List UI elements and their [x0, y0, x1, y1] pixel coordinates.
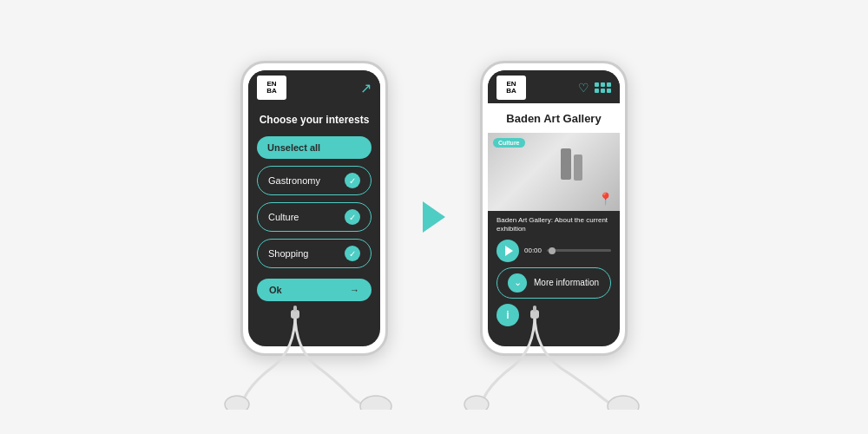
chevron-down-icon: ⌄: [508, 273, 527, 293]
audio-caption: Baden Art Gallery: About the current exh…: [496, 216, 611, 234]
svg-rect-7: [533, 306, 536, 312]
phone-1: EN BA ↗ Choose your interests Unselect a…: [240, 61, 388, 356]
next-arrow-icon: [423, 201, 445, 233]
unselect-all-button[interactable]: Unselect all: [257, 136, 372, 159]
scene: EN BA ↗ Choose your interests Unselect a…: [0, 0, 868, 434]
figure-1: [561, 148, 571, 180]
gastronomy-option[interactable]: Gastronomy ✓: [257, 166, 372, 195]
culture-check: ✓: [345, 209, 360, 225]
svg-point-4: [464, 396, 489, 410]
arrow-container: [423, 201, 445, 233]
grid-dot: [607, 82, 611, 87]
more-info-button[interactable]: ⌄ More information: [496, 267, 611, 299]
heart-icon: ♡: [578, 81, 589, 95]
culture-badge: Culture: [493, 138, 525, 148]
gallery-title: Baden Art Gallery: [506, 112, 601, 125]
earphones-1: [221, 306, 412, 410]
translate-icon: ↗: [360, 80, 372, 96]
gallery-image: Culture 📍: [488, 133, 620, 211]
ok-button[interactable]: Ok →: [257, 279, 372, 301]
progress-indicator: [549, 247, 556, 254]
logo-1: EN BA: [257, 76, 286, 100]
audio-time: 00:00: [524, 247, 542, 254]
play-icon: [505, 246, 513, 256]
ok-label: Ok: [269, 285, 282, 295]
location-pin-icon: 📍: [598, 192, 613, 206]
grid-dot: [601, 82, 605, 87]
svg-point-5: [608, 396, 639, 410]
grid-dot: [601, 89, 605, 93]
shopping-check: ✓: [345, 246, 360, 261]
shopping-option[interactable]: Shopping ✓: [257, 239, 372, 268]
ok-arrow-icon: →: [350, 285, 359, 295]
culture-option[interactable]: Culture ✓: [257, 202, 372, 232]
grid-dot: [595, 82, 599, 87]
play-button[interactable]: [496, 240, 519, 262]
interests-title: Choose your interests: [260, 114, 370, 126]
logo-line2: BA: [266, 88, 277, 95]
progress-bar[interactable]: [547, 249, 611, 252]
svg-rect-3: [293, 306, 297, 312]
logo2-line2: BA: [506, 88, 516, 95]
gastronomy-label: Gastronomy: [268, 175, 320, 186]
phone-2-top-bar: EN BA ♡: [488, 70, 620, 103]
top-icons-right: ♡: [578, 81, 611, 95]
logo-2: EN BA: [496, 76, 526, 100]
gallery-title-bar: Baden Art Gallery: [488, 103, 620, 133]
earphones-2: [461, 306, 652, 410]
grid-dot: [595, 89, 599, 93]
svg-point-0: [225, 396, 249, 410]
phone-1-top-bar: EN BA ↗: [248, 70, 380, 103]
svg-point-1: [360, 396, 391, 410]
phone-2: EN BA ♡ Baden Art Galle: [480, 61, 628, 356]
culture-label: Culture: [268, 212, 299, 222]
audio-player: 00:00: [496, 240, 611, 262]
figure-2: [574, 155, 582, 181]
shopping-label: Shopping: [268, 248, 309, 259]
grid-icon: [595, 82, 611, 93]
more-info-label: More information: [534, 278, 599, 287]
gastronomy-check: ✓: [345, 173, 360, 188]
grid-dot: [607, 89, 611, 93]
